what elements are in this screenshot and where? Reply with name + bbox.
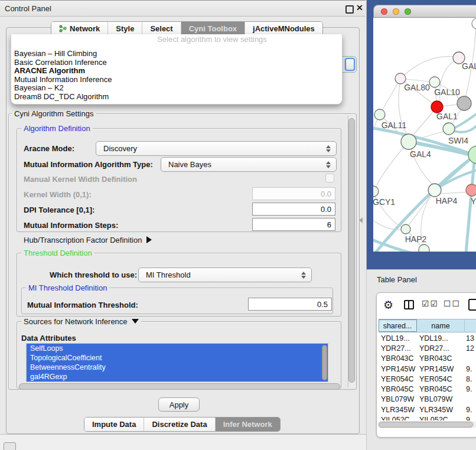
combobox-stepper[interactable] xyxy=(345,58,355,71)
splitter-arrow-icon[interactable] xyxy=(359,217,363,223)
tab-cyni-toolbox[interactable]: Cyni Toolbox xyxy=(181,22,245,35)
network-node[interactable] xyxy=(457,96,471,110)
split-columns-icon[interactable] xyxy=(404,300,414,309)
table-row[interactable]: YBR045CYBR045C9. xyxy=(379,384,476,394)
minimize-traffic-light[interactable] xyxy=(393,8,399,15)
algorithm-placeholder: Select algorithm to view settings xyxy=(76,35,348,44)
minimized-panel-icon[interactable] xyxy=(4,442,16,450)
network-node[interactable] xyxy=(419,244,429,252)
table-row[interactable]: YBR043CYBR043C xyxy=(379,354,476,364)
network-tab-icon xyxy=(59,25,67,32)
which-threshold-label: Which threshold to use: xyxy=(50,270,137,279)
network-window-titlebar[interactable] xyxy=(373,5,476,18)
node-label: GAL1 xyxy=(436,112,458,121)
tab-impute-data[interactable]: Impute Data xyxy=(84,418,144,431)
mi-steps-label: Mutual Information Steps: xyxy=(24,221,118,230)
table-row[interactable]: YER054CYER054C8. xyxy=(379,374,476,384)
table-panel-title: Table Panel xyxy=(377,275,417,284)
network-node-selected[interactable] xyxy=(431,101,443,113)
apply-button[interactable]: Apply xyxy=(158,397,200,412)
cyni-bottom-tabbar: Impute Data Discretize Data Infer Networ… xyxy=(84,417,281,432)
column-header-name[interactable]: name xyxy=(417,319,465,332)
mi-steps-field[interactable]: 6 xyxy=(252,218,335,231)
tab-discretize-data[interactable]: Discretize Data xyxy=(144,418,215,431)
tab-infer-network[interactable]: Infer Network xyxy=(216,418,280,431)
list-item-selected[interactable]: BetweennessCentrality xyxy=(27,363,328,372)
list-scrollbar-thumb[interactable] xyxy=(322,345,327,380)
cyni-settings-group-title: Cyni Algorithm Settings xyxy=(12,109,96,118)
tab-network-label: Network xyxy=(70,22,100,35)
table-row[interactable]: YDL19...YDL19...13 xyxy=(379,333,476,343)
network-node[interactable] xyxy=(401,224,410,234)
deselect-all-icon[interactable]: ☐☐ xyxy=(444,299,461,308)
settings-hscrollbar-thumb[interactable] xyxy=(19,383,340,390)
network-node[interactable] xyxy=(443,123,455,135)
close-traffic-light[interactable] xyxy=(381,8,387,15)
control-panel-title: Control Panel xyxy=(5,4,51,13)
table-hscrollbar-thumb[interactable] xyxy=(379,422,473,428)
menu-item[interactable]: Bayesian – K2 xyxy=(14,84,340,92)
zoom-traffic-light[interactable] xyxy=(405,8,411,15)
mi-type-combobox[interactable]: Naive Bayes xyxy=(161,157,337,172)
menu-item[interactable]: Bayesian – Hill Climbing xyxy=(14,50,340,58)
new-table-icon[interactable] xyxy=(468,299,476,311)
select-all-icon[interactable]: ☑☑ xyxy=(422,299,439,308)
network-node[interactable] xyxy=(374,109,385,120)
node-label: GAL4 xyxy=(410,149,431,159)
mi-threshold-field[interactable]: 0.5 xyxy=(248,298,332,311)
table-row[interactable]: YBL079WYBL079W xyxy=(379,394,476,405)
list-item-selected[interactable]: SelfLoops xyxy=(27,344,328,353)
node-label: SWI4 xyxy=(448,136,468,145)
table-row[interactable]: YLR345WYLR345W9. xyxy=(379,405,476,415)
aracne-mode-combobox[interactable]: Discovery xyxy=(96,141,337,156)
network-node[interactable] xyxy=(373,186,379,197)
menu-item-aracne[interactable]: ARACNE Algorithm xyxy=(14,67,340,75)
network-node[interactable] xyxy=(429,77,440,87)
tab-select[interactable]: Select xyxy=(142,22,181,35)
tab-style[interactable]: Style xyxy=(108,22,142,35)
control-panel-header: Control Panel xyxy=(0,0,366,17)
list-item-selected[interactable]: TopologicalCoefficient xyxy=(27,353,328,363)
menu-item[interactable]: Mutual Information Inference xyxy=(14,76,340,84)
tab-network[interactable]: Network xyxy=(51,22,108,35)
table-row[interactable]: YPR145WYPR145W9. xyxy=(379,364,476,374)
network-graph: GAL GAL80 GAL10 GAL1 GAL11 SWI4 GAL4 GCY… xyxy=(373,18,476,252)
network-node[interactable] xyxy=(401,134,416,149)
algorithm-menu: Bayesian – Hill Climbing Basic Correlati… xyxy=(14,50,340,102)
combo-stepper-icon[interactable] xyxy=(326,145,331,152)
bottom-strip xyxy=(0,434,366,450)
float-panel-icon[interactable] xyxy=(345,5,354,14)
column-header-shared-name[interactable]: shared... xyxy=(379,319,417,332)
list-item-selected[interactable]: gal4RGexp xyxy=(27,372,328,381)
network-node[interactable] xyxy=(472,18,476,29)
table-row[interactable]: YDR27...YDR27...12 xyxy=(379,343,476,353)
kernel-width-label: Kernel Width (0,1): xyxy=(24,190,92,199)
close-icon[interactable]: ✕ xyxy=(356,3,363,12)
expand-right-icon xyxy=(146,236,152,243)
settings-scrollbar-thumb[interactable] xyxy=(348,118,355,383)
menu-item[interactable]: Basic Correlation Inference xyxy=(14,58,340,67)
app-root: Control Panel ✕ Network Style Select Cyn… xyxy=(0,0,476,450)
dpi-tolerance-field[interactable]: 0.0 xyxy=(252,203,335,216)
sources-group-toggle[interactable]: Sources for Network Inference xyxy=(21,317,141,326)
network-view[interactable]: GAL GAL80 GAL10 GAL1 GAL11 SWI4 GAL4 GCY… xyxy=(373,18,476,252)
tab-jactivemnodules[interactable]: jActiveMNodules xyxy=(245,22,322,35)
kernel-width-field[interactable]: 0.0 xyxy=(252,187,335,200)
node-label: Y xyxy=(471,197,476,206)
mi-type-label: Mutual Information Algorithm Type: xyxy=(24,160,153,169)
network-node[interactable] xyxy=(466,184,476,196)
combo-stepper-icon[interactable] xyxy=(326,161,331,168)
column-header-partial[interactable] xyxy=(465,319,476,332)
combo-stepper-icon[interactable] xyxy=(301,272,306,279)
which-threshold-combobox[interactable]: MI Threshold xyxy=(138,268,312,282)
hub-section-toggle[interactable]: Hub/Transcription Factor Definition xyxy=(24,236,152,244)
data-attributes-list: SelfLoops TopologicalCoefficient Between… xyxy=(26,343,328,382)
manual-kernel-checkbox[interactable] xyxy=(325,174,334,182)
network-node[interactable] xyxy=(428,184,441,197)
table-header-row: shared... name xyxy=(379,319,476,332)
node-label: HAP2 xyxy=(405,234,427,244)
table-row[interactable]: YIL052CYIL052C9. xyxy=(379,415,476,420)
algorithm-definition-title: Algorithm Definition xyxy=(21,124,93,133)
gear-icon[interactable]: ⚙ xyxy=(383,298,393,311)
menu-item[interactable]: Dream8 DC_TDC Algorithm xyxy=(14,93,340,101)
